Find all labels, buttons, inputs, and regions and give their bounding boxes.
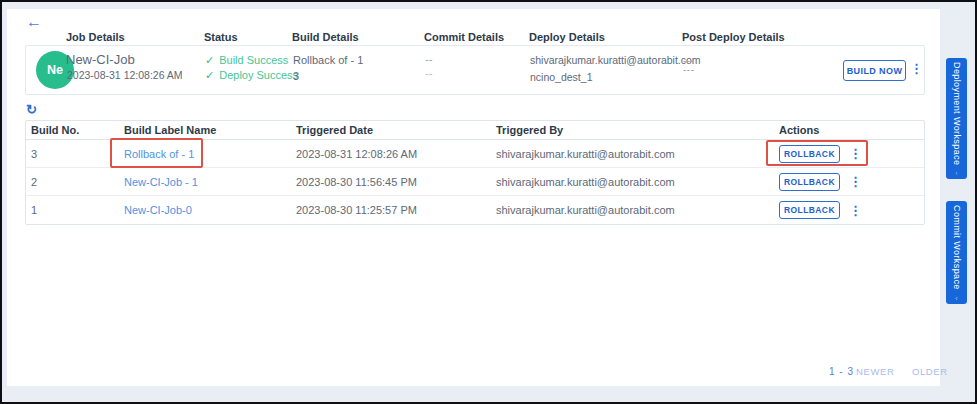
triggered-by: shivarajkumar.kuratti@autorabit.com [496,176,779,188]
tab-label: Deployment Workspace [952,62,962,165]
deploy-detail-env: ncino_dest_1 [530,71,592,83]
column-header-deploy-details: Deploy Details [529,31,605,43]
annotation-box-rollback [766,140,868,166]
chevron-left-icon [953,172,960,175]
triggered-by: shivarajkumar.kuratti@autorabit.com [496,148,779,160]
pagination-range: 1 - 3 [829,366,854,377]
table-row: 2 New-CI-Job - 1 2023-08-30 11:56:45 PM … [26,168,924,196]
status-label: Build Success [219,54,288,66]
build-now-button[interactable]: BUILD NOW [843,60,906,81]
job-name: New-CI-Job [66,52,135,67]
builds-table: Build No. Build Label Name Triggered Dat… [25,120,925,225]
deploy-detail-user: shivarajkumar.kuratti@autorabit.com [530,54,701,66]
build-label-link[interactable]: New-CI-Job - 1 [124,176,198,188]
triggered-by: shivarajkumar.kuratti@autorabit.com [496,204,779,216]
tab-label: Commit Workspace [952,205,962,290]
refresh-icon[interactable]: ↻ [26,101,44,117]
check-icon: ✓ [205,54,214,66]
status-deploy-success: ✓Deploy Success [205,69,298,82]
rollback-button[interactable]: ROLLBACK [779,173,840,191]
header-build-no: Build No. [31,124,124,136]
job-timestamp: 2023-08-31 12:08:26 AM [67,69,183,81]
table-row: 1 New-CI-Job-0 2023-08-30 11:25:57 PM sh… [26,196,924,224]
build-detail-number: 3 [293,70,299,82]
back-arrow-icon[interactable]: ← [26,12,48,32]
triggered-date: 2023-08-30 11:56:45 PM [296,176,496,188]
header-triggered-by: Triggered By [496,124,779,136]
row-more-actions-kebab-icon[interactable]: ⋮ [849,204,862,217]
check-icon: ✓ [205,69,214,81]
commit-detail-2[interactable]: -- [425,67,432,79]
header-triggered-date: Triggered Date [296,124,496,136]
tab-deployment-workspace[interactable]: Deployment Workspace [946,58,967,179]
app-frame: ← Job Details Status Build Details Commi… [0,0,977,404]
column-header-commit-details: Commit Details [424,31,504,43]
pagination-newer-button[interactable]: NEWER [856,366,894,377]
column-header-post-deploy-details: Post Deploy Details [682,31,785,43]
pagination: 1 - 3 NEWER OLDER [7,366,940,380]
chevron-left-icon [953,297,960,300]
build-label-link[interactable]: New-CI-Job-0 [124,204,192,216]
triggered-date: 2023-08-31 12:08:26 AM [296,148,496,160]
build-no: 2 [31,176,124,188]
commit-detail-1: -- [425,53,432,65]
pagination-older-button[interactable]: OLDER [912,366,948,377]
triggered-date: 2023-08-30 11:25:57 PM [296,204,496,216]
post-deploy-detail-2: --- [683,64,695,75]
job-builds-panel: ← Job Details Status Build Details Commi… [7,9,940,386]
job-more-actions-kebab-icon[interactable]: ⋮ [910,62,923,75]
annotation-box-build-label [110,138,203,168]
header-actions: Actions [779,124,924,136]
column-header-job-details: Job Details [66,31,125,43]
status-build-success: ✓Build Success [205,54,288,67]
status-label: Deploy Success [219,69,298,81]
rollback-button[interactable]: ROLLBACK [779,201,840,219]
build-no: 1 [31,204,124,216]
tab-commit-workspace[interactable]: Commit Workspace [946,201,967,304]
job-summary-card: Ne New-CI-Job 2023-08-31 12:08:26 AM ✓Bu… [25,45,925,95]
build-detail-label: Rollback of - 1 [293,54,363,66]
column-header-build-details: Build Details [292,31,359,43]
column-header-status: Status [204,31,238,43]
row-more-actions-kebab-icon[interactable]: ⋮ [849,175,862,188]
header-build-label-name: Build Label Name [124,124,296,136]
